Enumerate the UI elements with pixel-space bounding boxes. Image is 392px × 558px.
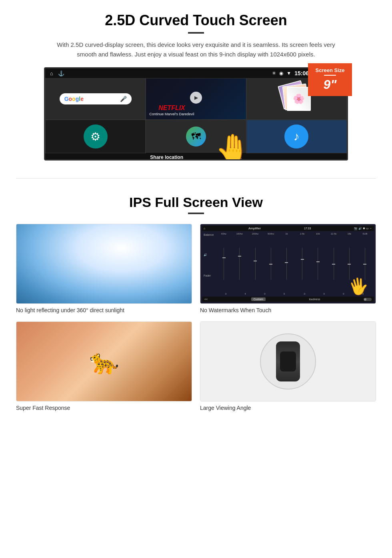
- settings-icon-bg: ⚙: [84, 124, 108, 149]
- section-separator: [16, 178, 376, 179]
- cheetah-emoji: 🐆: [89, 347, 119, 376]
- netflix-content: NETFLIX Continue Marvel's Daredevil: [146, 78, 246, 119]
- amp-statusbar: ⌂ Amplifier 17:33 📷 🔊 ✖ ▭ ←: [202, 226, 374, 231]
- settings-content: ⚙: [46, 120, 145, 153]
- car-image: [200, 321, 376, 401]
- screen-size-badge: Screen Size 9": [308, 63, 352, 96]
- freq-10k: 10k: [310, 233, 325, 235]
- ips-section: IPS Full Screen View No light reflecting…: [0, 183, 392, 423]
- badge-label: Screen Size: [314, 67, 346, 73]
- flower-emoji: 🌸: [293, 93, 305, 104]
- sunlight-bg: [16, 224, 192, 303]
- music-note-icon: ♪: [294, 130, 300, 143]
- amp-loudness-label: loudness: [309, 298, 320, 301]
- sound-icon-bg: ♪: [284, 124, 308, 149]
- amp-fader-label: Fader: [204, 274, 215, 277]
- ips-title: IPS Full Screen View: [16, 195, 376, 210]
- google-logo: Google: [64, 96, 84, 102]
- amplifier-image: ⌂ Amplifier 17:33 📷 🔊 ✖ ▭ ← Balance 🔊 Fa…: [200, 224, 376, 304]
- sunlight-image: [16, 224, 192, 304]
- car-roof: [280, 351, 296, 371]
- section1-title: 2.5D Curved Touch Screen: [16, 12, 376, 29]
- feature-cheetah: 🐆 Super Fast Response: [16, 321, 192, 411]
- share-label: Share location 1 × 1: [146, 153, 246, 161]
- screen-container: Screen Size 9" ⌂ ⚓ ✳ ◉ ▼ 15:06 📷 🔊: [44, 67, 348, 161]
- amp-speaker-icon: 🔊: [204, 253, 215, 257]
- feature-watermarks: ⌂ Amplifier 17:33 📷 🔊 ✖ ▭ ← Balance 🔊 Fa…: [200, 224, 376, 313]
- eq-val-0: 3: [225, 293, 226, 295]
- bluetooth-icon: ✳: [272, 70, 276, 76]
- app-cell-settings[interactable]: ⚙ Settings shortcut 1 × 1: [45, 120, 146, 153]
- car-label: Large Viewing Angle: [200, 405, 376, 411]
- eq-val-4: -3: [303, 293, 305, 295]
- freq-15k: 15k: [342, 233, 357, 235]
- amp-home-icon: ⌂: [204, 227, 205, 230]
- car-circle: [260, 333, 316, 389]
- wifi-icon: ▼: [286, 70, 291, 76]
- amp-toggle[interactable]: [364, 298, 372, 301]
- freq-12k5: 12.5k: [326, 233, 341, 235]
- cheetah-label: Super Fast Response: [16, 405, 192, 411]
- freq-sub: SUB: [358, 233, 372, 235]
- google-content: Google 🎤: [46, 78, 145, 119]
- app-cell-sound[interactable]: ♪ Sound Search 1 × 1: [246, 120, 347, 153]
- mic-icon: 🎤: [120, 96, 127, 102]
- freq-500: 500hz: [264, 233, 278, 235]
- photo-stack: 🌸: [280, 83, 312, 115]
- photo-card-3: 🌸: [287, 87, 311, 111]
- status-time: 15:06: [294, 70, 309, 76]
- curved-screen-section: 2.5D Curved Touch Screen With 2.5D curve…: [0, 0, 392, 174]
- ips-divider: [188, 213, 204, 214]
- amp-time: 17:33: [304, 227, 311, 230]
- freq-1k: 1k: [279, 233, 294, 235]
- netflix-subtitle: Continue Marvel's Daredevil: [149, 112, 194, 116]
- eq-val-3: 0: [284, 293, 285, 295]
- cheetah-bg: 🐆: [16, 322, 192, 401]
- netflix-play-button[interactable]: [190, 92, 202, 104]
- freq-100: 100hz: [232, 233, 247, 235]
- eq-val-2: 0: [264, 293, 265, 295]
- usb-icon: ⚓: [58, 70, 64, 76]
- freq-200: 200hz: [248, 233, 262, 235]
- freq-60: 60hz: [216, 233, 231, 235]
- watermarks-label: No Watermarks When Touch: [200, 307, 376, 313]
- cheetah-image: 🐆: [16, 321, 192, 401]
- feature-grid: No light reflecting under 360° direct su…: [16, 224, 376, 411]
- section1-desc: With 2.5D curved-display screen, this de…: [56, 40, 336, 59]
- share-app-name: Share location: [150, 155, 183, 160]
- netflix-info: NETFLIX Continue Marvel's Daredevil: [149, 104, 194, 116]
- section1-divider: [188, 32, 204, 34]
- car-body: [276, 341, 300, 381]
- freq-2k5: 2.5k: [295, 233, 310, 235]
- badge-divider: [324, 75, 336, 76]
- sunlight-label: No light reflecting under 360° direct su…: [16, 307, 192, 313]
- device-screen: ⌂ ⚓ ✳ ◉ ▼ 15:06 📷 🔊 ✖ ▭: [44, 67, 348, 161]
- amp-custom-btn[interactable]: Custom: [251, 297, 266, 301]
- status-bar: ⌂ ⚓ ✳ ◉ ▼ 15:06 📷 🔊 ✖ ▭: [45, 68, 347, 78]
- eq-val-6: 0: [343, 293, 344, 295]
- amp-title: Amplifier: [248, 227, 261, 230]
- app-grid: Google 🎤 Google 3 × 1: [45, 78, 347, 153]
- app-cell-google[interactable]: Google 🎤 Google 3 × 1: [45, 78, 146, 120]
- netflix-logo: NETFLIX: [149, 104, 194, 112]
- location-icon: ◉: [279, 70, 283, 76]
- amp-hand-icon: 🖐: [347, 275, 370, 297]
- app-cell-netflix[interactable]: NETFLIX Continue Marvel's Daredevil Netf…: [146, 78, 246, 120]
- share-content: 🗺 🤚: [146, 120, 246, 153]
- feature-sunlight: No light reflecting under 360° direct su…: [16, 224, 192, 313]
- amplifier-screen: ⌂ Amplifier 17:33 📷 🔊 ✖ ▭ ← Balance 🔊 Fa…: [200, 224, 376, 303]
- feature-car: Large Viewing Angle: [200, 321, 376, 411]
- app-cell-share[interactable]: 🗺 🤚 Share location 1 × 1: [146, 120, 246, 153]
- amp-back-icon: <<: [204, 298, 208, 301]
- maps-icon: 🗺: [186, 126, 206, 147]
- sound-content: ♪: [247, 120, 346, 153]
- eq-val-5: 0: [323, 293, 324, 295]
- share-app-size: 1 × 1: [232, 155, 242, 160]
- google-search-bar[interactable]: Google 🎤: [60, 93, 132, 104]
- car-topview-bg: [200, 322, 376, 401]
- home-icon: ⌂: [50, 70, 53, 76]
- badge-size: 9": [314, 77, 346, 92]
- settings-gear-icon: ⚙: [90, 130, 100, 143]
- amp-freq-labels: Balance: [204, 233, 215, 236]
- sound-label: Sound Search 1 × 1: [247, 153, 346, 153]
